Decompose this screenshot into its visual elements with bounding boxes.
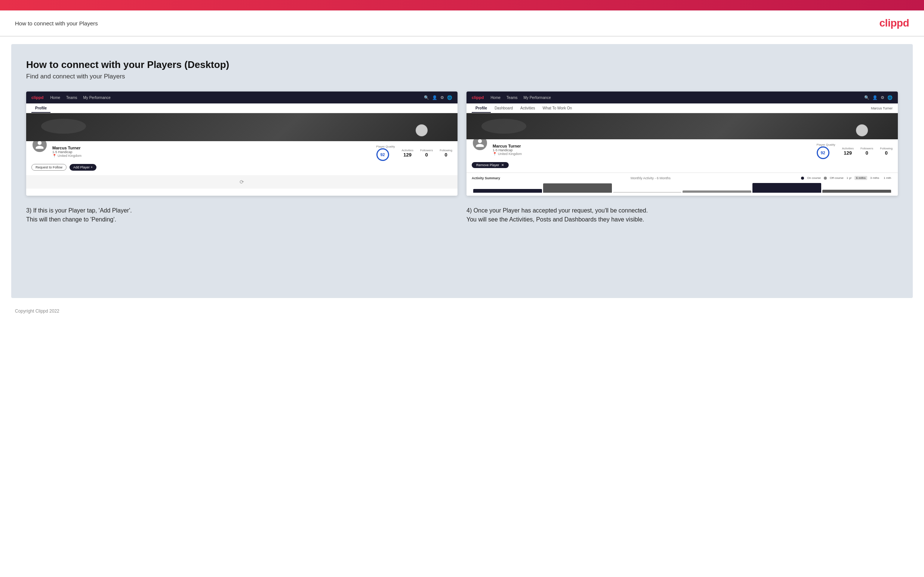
search-icon-1[interactable]: 🔍	[424, 95, 429, 100]
profile-header-2: Marcus Turner 1-5 Handicap 📍 United King…	[472, 143, 893, 159]
nav-links-2: Home Teams My Performance	[490, 96, 551, 100]
header-title: How to connect with your Players	[15, 20, 98, 26]
on-course-label: On course	[807, 176, 821, 180]
remove-player-button[interactable]: Remove Player ✕	[472, 162, 509, 168]
page-title: How to connect with your Players (Deskto…	[26, 59, 898, 71]
add-player-button[interactable]: Add Player +	[69, 164, 97, 171]
period-6mths[interactable]: 6 mths	[855, 176, 867, 180]
settings-icon-1[interactable]: ⚙	[440, 95, 444, 100]
top-bar	[0, 0, 924, 10]
chart-bar-4	[683, 190, 751, 193]
action-buttons-2: Remove Player ✕	[472, 162, 893, 168]
profile-tab-bar-2: Profile Dashboard Activities What To Wor…	[467, 103, 898, 113]
tab-profile-2[interactable]: Profile	[472, 103, 491, 113]
chart-bar-6	[822, 190, 891, 193]
screenshots-row: clippd Home Teams My Performance 🔍 👤 ⚙ 🌐…	[26, 92, 898, 196]
profile-name-2: Marcus Turner	[493, 144, 812, 148]
chart-bar-3	[613, 192, 682, 193]
profile-location-2: 📍 United Kingdom	[493, 152, 812, 156]
following-1: Following 0	[439, 148, 452, 158]
user-icon-1: 👤	[432, 95, 437, 100]
hero-image-2	[467, 113, 898, 139]
scroll-hint-1: ⟳	[26, 175, 457, 189]
main-content: How to connect with your Players (Deskto…	[11, 44, 913, 298]
on-course-legend-dot	[801, 177, 804, 180]
description-4-text: 4) Once your Player has accepted your re…	[467, 206, 898, 224]
hero-image-1	[26, 113, 457, 141]
clippd-logo: clippd	[880, 17, 909, 29]
nav-myperformance-2[interactable]: My Performance	[524, 96, 551, 100]
settings-icon-2[interactable]: ⚙	[880, 95, 884, 100]
nav-home-1[interactable]: Home	[50, 96, 60, 100]
tab-what-to-work-on-2[interactable]: What To Work On	[539, 103, 576, 113]
profile-tabs-2: Profile Dashboard Activities What To Wor…	[472, 103, 576, 113]
player-quality-2: Player Quality 92	[817, 143, 835, 159]
followers-1: Followers 0	[420, 148, 433, 158]
profile-location-1: 📍 United Kingdom	[52, 154, 372, 158]
quality-circle-1: 92	[376, 148, 389, 161]
search-icon-2[interactable]: 🔍	[864, 95, 869, 100]
off-course-label: Off course	[830, 176, 844, 180]
tab-activities-2[interactable]: Activities	[517, 103, 539, 113]
activity-summary: Activity Summary Monthly Activity - 6 Mo…	[467, 172, 898, 196]
activities-1: Activities 129	[401, 148, 414, 158]
nav-teams-1[interactable]: Teams	[66, 96, 77, 100]
nav-icons-2: 🔍 👤 ⚙ 🌐	[864, 95, 893, 100]
profile-header-1: Marcus Turner 1-5 Handicap 📍 United King…	[31, 145, 452, 161]
profile-info-1: Marcus Turner 1-5 Handicap 📍 United King…	[52, 145, 372, 158]
user-label-2: Marcus Turner	[871, 106, 893, 110]
nav-myperformance-1[interactable]: My Performance	[83, 96, 111, 100]
followers-2: Followers 0	[861, 147, 873, 156]
following-2: Following 0	[880, 147, 893, 156]
description-3-text: 3) If this is your Player tap, 'Add Play…	[26, 206, 457, 224]
description-3: 3) If this is your Player tap, 'Add Play…	[26, 206, 457, 224]
period-1yr[interactable]: 1 yr	[845, 176, 853, 180]
location-icon-1: 📍	[52, 154, 57, 158]
activity-period: Monthly Activity - 6 Months	[631, 176, 670, 180]
activities-2: Activities 129	[842, 147, 854, 156]
user-icon-2: 👤	[872, 95, 878, 100]
avatar-icon-2	[475, 138, 485, 148]
screenshot-2: clippd Home Teams My Performance 🔍 👤 ⚙ 🌐…	[467, 92, 898, 196]
chart-bar-1	[473, 189, 542, 193]
app-nav-1: clippd Home Teams My Performance 🔍 👤 ⚙ 🌐	[26, 92, 457, 103]
profile-handicap-2: 1-5 Handicap	[493, 148, 812, 152]
profile-handicap-1: 1-5 Handicap	[52, 150, 372, 154]
quality-circle-2: 92	[817, 147, 829, 159]
tab-profile-1[interactable]: Profile	[31, 103, 50, 113]
globe-icon-2[interactable]: 🌐	[887, 95, 893, 100]
scroll-icon-1: ⟳	[240, 179, 244, 185]
activity-chart	[472, 182, 893, 193]
activity-title: Activity Summary	[472, 176, 500, 180]
page-subtitle: Find and connect with your Players	[26, 73, 898, 80]
request-to-follow-button[interactable]: Request to Follow	[31, 164, 66, 171]
action-buttons-1: Request to Follow Add Player +	[31, 164, 452, 171]
nav-logo-2: clippd	[472, 95, 484, 100]
nav-icons-1: 🔍 👤 ⚙ 🌐	[424, 95, 452, 100]
globe-icon-1[interactable]: 🌐	[447, 95, 452, 100]
stats-row-1: Player Quality 92 Activities 129 Followe…	[376, 145, 452, 161]
profile-section-1: Marcus Turner 1-5 Handicap 📍 United King…	[26, 141, 457, 175]
profile-name-1: Marcus Turner	[52, 146, 372, 150]
chart-bar-5	[753, 183, 821, 193]
app-nav-2: clippd Home Teams My Performance 🔍 👤 ⚙ 🌐	[467, 92, 898, 103]
close-icon: ✕	[501, 163, 504, 167]
footer: Copyright Clippd 2022	[0, 306, 924, 319]
player-quality-1: Player Quality 92	[376, 145, 395, 161]
nav-home-2[interactable]: Home	[490, 96, 501, 100]
header: How to connect with your Players clippd	[0, 10, 924, 37]
description-4: 4) Once your Player has accepted your re…	[467, 206, 898, 224]
nav-teams-2[interactable]: Teams	[506, 96, 517, 100]
profile-tab-bar-1: Profile	[26, 103, 457, 113]
stats-row-2: Player Quality 92 Activities 129 Followe…	[817, 143, 893, 159]
off-course-legend-dot	[824, 177, 827, 180]
profile-info-2: Marcus Turner 1-5 Handicap 📍 United King…	[493, 143, 812, 156]
activity-header: Activity Summary Monthly Activity - 6 Mo…	[472, 176, 893, 180]
period-1mth[interactable]: 1 mth	[882, 176, 893, 180]
tab-dashboard-2[interactable]: Dashboard	[491, 103, 517, 113]
descriptions-row: 3) If this is your Player tap, 'Add Play…	[26, 206, 898, 224]
nav-links-1: Home Teams My Performance	[50, 96, 111, 100]
location-icon-2: 📍	[493, 152, 497, 156]
period-3mths[interactable]: 3 mths	[869, 176, 880, 180]
profile-section-2: Marcus Turner 1-5 Handicap 📍 United King…	[467, 139, 898, 172]
